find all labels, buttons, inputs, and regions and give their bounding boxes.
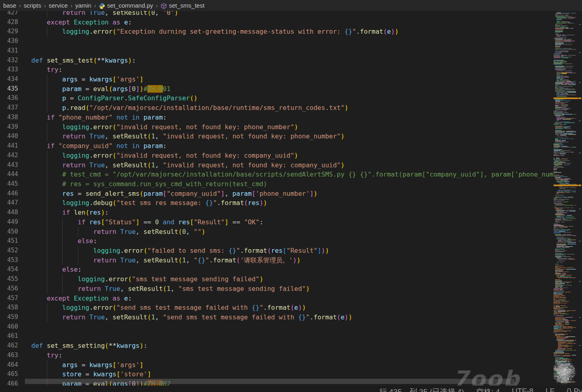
line-number[interactable]: 427 xyxy=(0,11,18,18)
code-line-455[interactable]: 455 logging.error("sms test message send… xyxy=(0,274,554,284)
line-number[interactable]: 445 xyxy=(0,179,18,189)
line-number[interactable]: 460 xyxy=(0,322,18,332)
code-line-460[interactable]: 460 xyxy=(0,322,554,332)
line-number[interactable]: 462 xyxy=(0,341,18,351)
line-number[interactable]: 453 xyxy=(0,256,18,265)
code-text: return True, setResult(0, '0') xyxy=(31,11,178,18)
minimap[interactable] xyxy=(554,0,582,392)
code-line-452[interactable]: 452 logging.error("failed to send sms: {… xyxy=(0,246,554,256)
line-number[interactable]: 428 xyxy=(0,18,18,27)
breadcrumb: base›scripts›service›yamin›set_command.p… xyxy=(0,0,582,11)
line-number[interactable]: 465 xyxy=(0,370,18,379)
code-line-446[interactable]: 446 res = send_alert_sms(param["company_… xyxy=(0,189,554,199)
code-line-449[interactable]: 449 if res["Status"] == 0 and res["Resul… xyxy=(0,217,554,227)
code-line-450[interactable]: 450 return True, setResult(0, "") xyxy=(0,227,554,237)
code-line-453[interactable]: 453 return True, setResult(1, "{}".forma… xyxy=(0,256,554,265)
status-item[interactable]: LF xyxy=(545,387,554,392)
line-number[interactable]: 431 xyxy=(0,46,18,56)
status-item[interactable]: 行 435，列 35 (已选择 4) xyxy=(379,387,464,392)
line-number[interactable]: 435 xyxy=(0,84,18,94)
breadcrumb-item-yamin[interactable]: yamin xyxy=(75,2,91,9)
line-number[interactable]: 430 xyxy=(0,37,18,46)
line-number[interactable]: 447 xyxy=(0,198,18,208)
status-item[interactable]: 空格: 4 xyxy=(476,387,500,392)
line-number[interactable]: 449 xyxy=(0,217,18,227)
line-number[interactable]: 455 xyxy=(0,274,18,284)
line-number[interactable]: 450 xyxy=(0,227,18,237)
line-number[interactable]: 441 xyxy=(0,141,18,151)
line-number[interactable]: 454 xyxy=(0,265,18,274)
code-line-447[interactable]: 447 logging.debug("test sms res message:… xyxy=(0,198,554,208)
code-line-451[interactable]: 451 else: xyxy=(0,236,554,246)
code-editor[interactable]: 427 return True, setResult(0, '0')428 ex… xyxy=(0,11,554,392)
code-line-456[interactable]: 456 return True, setResult(1, "sms test … xyxy=(0,284,554,294)
line-number[interactable]: 456 xyxy=(0,284,18,294)
code-line-435[interactable]: 435 param = eval(args[0])#ZH-001 xyxy=(0,84,554,94)
line-number[interactable]: 452 xyxy=(0,246,18,256)
code-line-462[interactable]: 462def set_sms_setting(**kwargs): xyxy=(0,341,554,351)
line-number[interactable]: 436 xyxy=(0,93,18,103)
line-number[interactable]: 451 xyxy=(0,236,18,246)
line-number[interactable]: 446 xyxy=(0,189,18,199)
code-line-432[interactable]: 432def set_sms_test(**kwargs): xyxy=(0,56,554,65)
code-line-428[interactable]: 428 except Exception as e: xyxy=(0,18,554,27)
line-number[interactable]: 458 xyxy=(0,303,18,313)
breadcrumb-separator-icon: › xyxy=(19,2,21,9)
status-item[interactable]: {} Python xyxy=(566,387,582,392)
line-number[interactable]: 461 xyxy=(0,331,18,341)
code-line-430[interactable]: 430 xyxy=(0,37,554,46)
code-line-445[interactable]: 445 # res = sys_command.run_sys_cmd_with… xyxy=(0,179,554,189)
code-line-436[interactable]: 436 p = ConfigParser.SafeConfigParser() xyxy=(0,93,554,103)
code-line-443[interactable]: 443 return True, setResult(1, "invalid r… xyxy=(0,160,554,170)
code-line-444[interactable]: 444 # test_cmd = "/opt/var/majorsec/inst… xyxy=(0,170,554,179)
line-number[interactable]: 457 xyxy=(0,294,18,303)
line-number[interactable]: 463 xyxy=(0,351,18,360)
code-text: try: xyxy=(31,65,62,75)
line-number[interactable]: 443 xyxy=(0,160,18,170)
code-line-438[interactable]: 438 if "phone_number" not in param: xyxy=(0,113,554,122)
code-line-465[interactable]: 465 store = kwargs['store'] xyxy=(0,370,554,379)
code-line-437[interactable]: 437 p.read("/opt/var/majorsec/installati… xyxy=(0,103,554,113)
line-number[interactable]: 432 xyxy=(0,56,18,65)
horizontal-scrollbar-thumb[interactable] xyxy=(25,379,515,384)
code-text: param = eval(args[0])#ZH-001 xyxy=(31,84,171,94)
line-number[interactable]: 448 xyxy=(0,208,18,217)
breadcrumb-item-set_command.py[interactable]: set_command.py xyxy=(99,2,153,9)
code-line-442[interactable]: 442 logging.error("invalid request, not … xyxy=(0,151,554,160)
status-item[interactable]: UTF-8 xyxy=(512,387,533,392)
line-number[interactable]: 442 xyxy=(0,151,18,160)
line-number[interactable]: 429 xyxy=(0,27,18,37)
code-line-459[interactable]: 459 return True, setResult(1, "send sms … xyxy=(0,313,554,322)
code-line-458[interactable]: 458 logging.error("send sms test message… xyxy=(0,303,554,313)
code-line-448[interactable]: 448 if len(res): xyxy=(0,208,554,217)
code-line-433[interactable]: 433 try: xyxy=(0,65,554,75)
line-number[interactable]: 437 xyxy=(0,103,18,113)
code-line-429[interactable]: 429 logging.error("Exception durning set… xyxy=(0,27,554,37)
code-line-454[interactable]: 454 else: xyxy=(0,265,554,274)
line-number[interactable]: 439 xyxy=(0,122,18,132)
breadcrumb-item-service[interactable]: service xyxy=(49,2,68,9)
breadcrumb-label: service xyxy=(49,2,68,9)
code-text: if len(res): xyxy=(31,208,109,217)
breadcrumb-item-scripts[interactable]: scripts xyxy=(24,2,41,9)
code-line-463[interactable]: 463 try: xyxy=(0,351,554,360)
line-number[interactable]: 434 xyxy=(0,75,18,84)
code-line-464[interactable]: 464 args = kwargs['args'] xyxy=(0,360,554,370)
code-line-434[interactable]: 434 args = kwargs['args'] xyxy=(0,75,554,84)
line-number[interactable]: 444 xyxy=(0,170,18,179)
code-line-427[interactable]: 427 return True, setResult(0, '0') xyxy=(0,11,554,18)
line-number[interactable]: 464 xyxy=(0,360,18,370)
code-line-457[interactable]: 457 except Exception as e: xyxy=(0,294,554,303)
line-number[interactable]: 440 xyxy=(0,132,18,141)
code-line-441[interactable]: 441 if "company_uuid" not in param: xyxy=(0,141,554,151)
breadcrumb-item-base[interactable]: base xyxy=(3,2,16,9)
code-line-439[interactable]: 439 logging.error("invalid request, not … xyxy=(0,122,554,132)
code-line-440[interactable]: 440 return True, setResult(1, "invalid r… xyxy=(0,132,554,141)
code-line-461[interactable]: 461 xyxy=(0,331,554,341)
code-line-431[interactable]: 431 xyxy=(0,46,554,56)
line-number[interactable]: 433 xyxy=(0,65,18,75)
breadcrumb-item-set_sms_test[interactable]: set_sms_test xyxy=(161,2,204,9)
code-text: p.read("/opt/var/majorsec/installation/b… xyxy=(31,103,348,113)
line-number[interactable]: 459 xyxy=(0,313,18,322)
line-number[interactable]: 438 xyxy=(0,113,18,122)
